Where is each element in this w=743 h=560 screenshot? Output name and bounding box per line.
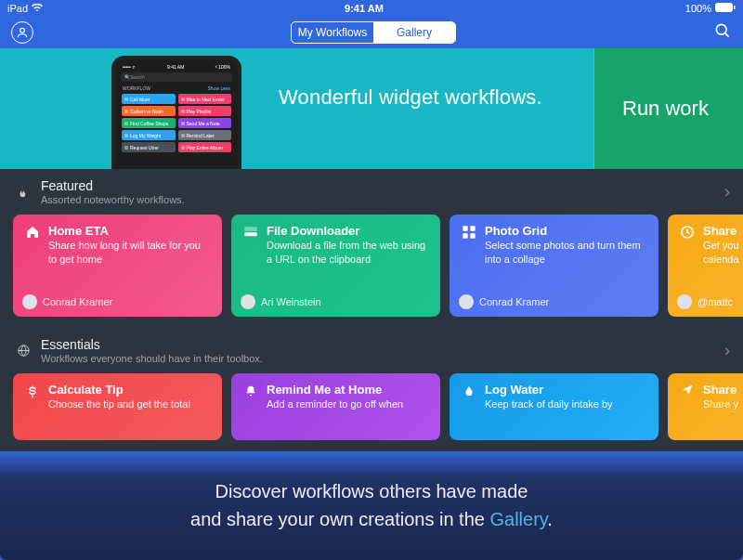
device-label: iPad [7,3,28,14]
author-label: Conrad Kramer [43,296,112,307]
battery-icon [715,3,736,14]
author-label: Ari Weinstein [261,296,321,307]
card-log-water[interactable]: Log WaterKeep track of daily intake by [450,373,658,440]
avatar [22,294,37,309]
svg-rect-5 [244,232,256,236]
chevron-right-icon: › [724,182,730,202]
send-icon [679,383,696,411]
svg-rect-8 [470,226,475,230]
promo-overlay: Discover workflows others have made and … [0,450,743,560]
author-label: Conrad Kramer [479,296,549,307]
section-title: Essentials [41,337,724,352]
drop-icon [461,383,477,411]
home-icon [24,224,41,267]
clock-icon [679,224,696,267]
svg-rect-7 [463,226,467,230]
svg-rect-0 [716,4,733,12]
svg-rect-10 [470,233,475,238]
download-icon [242,224,259,267]
promo-line1: Discover workflows others have made [215,477,528,505]
svg-rect-1 [734,6,736,9]
bell-icon [242,383,259,411]
avatar [677,294,692,309]
card-share[interactable]: ShareShare y [668,373,743,440]
featured-card-row: Home ETAShare how long it will take for … [0,211,743,328]
card-share-availability[interactable]: ShareGet you calenda @mattc [668,215,743,317]
essentials-card-row: Calculate TipChoose the tip and get the … [0,370,743,451]
avatar [241,294,255,309]
grid-icon [461,224,477,267]
search-button[interactable] [713,21,732,44]
status-time: 9:41 AM [43,3,685,14]
dollar-icon [24,383,41,411]
hero-title: Wonderful widget workflows. [279,85,542,110]
section-header-featured[interactable]: Featured Assorted noteworthy workflows. … [0,169,743,211]
section-header-essentials[interactable]: Essentials Workflows everyone should hav… [0,328,743,370]
tab-switcher: My Workflows Gallery [291,21,456,44]
promo-line2: and share your own creations in the Gall… [190,505,553,533]
tab-gallery[interactable]: Gallery [373,22,455,43]
avatar [459,294,474,309]
card-remind-me-home[interactable]: Remind Me at HomeAdd a reminder to go of… [231,373,440,440]
hero-phone-preview: ••••• ᯤ9:41 AM⚡︎100% 🔍 Search WORKFLOWSh… [111,56,241,169]
section-subtitle: Workflows everyone should have in their … [41,353,724,364]
battery-percent: 100% [685,3,711,14]
svg-point-2 [20,28,25,33]
svg-line-4 [725,33,729,37]
status-bar: iPad 9:41 AM 100% [0,0,743,17]
card-calculate-tip[interactable]: Calculate TipChoose the tip and get the … [13,373,222,440]
svg-rect-9 [463,233,467,238]
section-subtitle: Assorted noteworthy workflows. [41,194,724,205]
hero-banner[interactable]: ••••• ᯤ9:41 AM⚡︎100% 🔍 Search WORKFLOWSh… [0,48,743,169]
svg-point-3 [716,24,726,34]
globe-icon [13,344,33,358]
section-title: Featured [41,178,724,193]
hero-next-banner[interactable]: Run work [594,48,743,169]
card-home-eta[interactable]: Home ETAShare how long it will take for … [13,215,222,317]
profile-button[interactable] [11,21,33,44]
chevron-right-icon: › [724,341,730,360]
author-label: @mattc [697,296,733,307]
flame-icon [13,185,33,200]
svg-rect-6 [244,227,256,231]
card-photo-grid[interactable]: Photo GridSelect some photos and turn th… [450,215,658,317]
wifi-icon [32,3,43,14]
nav-bar: My Workflows Gallery [0,17,743,48]
card-file-downloader[interactable]: File DownloaderDownload a file from the … [231,215,440,317]
phone-search: 🔍 Search [121,72,232,82]
tab-my-workflows[interactable]: My Workflows [292,22,373,43]
